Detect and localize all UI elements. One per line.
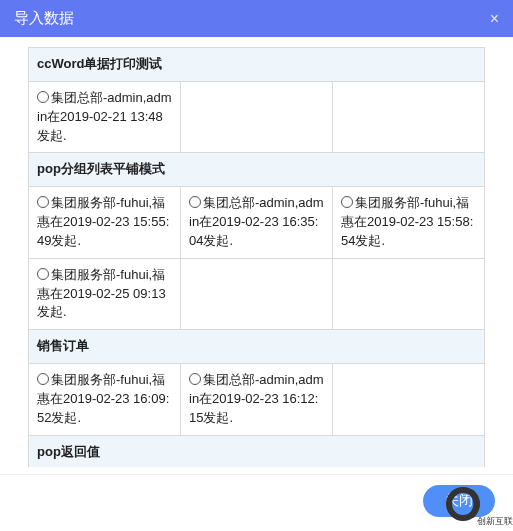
section-header: pop返回值 [29, 435, 485, 467]
data-table: ccWord单据打印测试 集团总部-admin,admin在2019-02-21… [28, 47, 485, 467]
table-row: 集团服务部-fuhui,福惠在2019-02-23 15:55:49发起. 集团… [29, 187, 485, 259]
section-header: pop分组列表平铺模式 [29, 153, 485, 187]
empty-cell [181, 81, 333, 153]
radio-icon[interactable] [37, 268, 49, 280]
empty-cell [333, 81, 485, 153]
option-cell[interactable]: 集团服务部-fuhui,福惠在2019-02-23 16:09:52发起. [29, 364, 181, 436]
radio-icon[interactable] [37, 91, 49, 103]
modal-footer: 关闭 [0, 474, 513, 531]
table-row: 集团总部-admin,admin在2019-02-21 13:48发起. [29, 81, 485, 153]
modal-title: 导入数据 [14, 9, 74, 28]
option-text: 集团总部-admin,admin在2019-02-21 13:48发起. [37, 90, 172, 143]
table-row: 集团服务部-fuhui,福惠在2019-02-25 09:13发起. [29, 258, 485, 330]
close-button[interactable]: 关闭 [423, 485, 495, 517]
option-cell[interactable]: 集团总部-admin,admin在2019-02-21 13:48发起. [29, 81, 181, 153]
option-text: 集团总部-admin,admin在2019-02-23 16:35:04发起. [189, 195, 324, 248]
modal-header: 导入数据 × [0, 0, 513, 37]
radio-icon[interactable] [341, 196, 353, 208]
option-text: 集团服务部-fuhui,福惠在2019-02-25 09:13发起. [37, 267, 166, 320]
option-cell[interactable]: 集团总部-admin,admin在2019-02-23 16:12:15发起. [181, 364, 333, 436]
option-cell[interactable]: 集团服务部-fuhui,福惠在2019-02-23 15:55:49发起. [29, 187, 181, 259]
radio-icon[interactable] [189, 196, 201, 208]
radio-icon[interactable] [37, 196, 49, 208]
option-text: 集团服务部-fuhui,福惠在2019-02-23 15:58:54发起. [341, 195, 473, 248]
empty-cell [181, 258, 333, 330]
option-text: 集团服务部-fuhui,福惠在2019-02-23 16:09:52发起. [37, 372, 169, 425]
section-header: 销售订单 [29, 330, 485, 364]
modal-body[interactable]: ccWord单据打印测试 集团总部-admin,admin在2019-02-21… [0, 37, 513, 467]
table-row: 集团服务部-fuhui,福惠在2019-02-23 16:09:52发起. 集团… [29, 364, 485, 436]
empty-cell [333, 258, 485, 330]
section-header: ccWord单据打印测试 [29, 48, 485, 82]
radio-icon[interactable] [37, 373, 49, 385]
close-icon[interactable]: × [490, 10, 499, 28]
import-data-modal: 导入数据 × ccWord单据打印测试 集团总部-admin,admin在201… [0, 0, 513, 531]
option-cell[interactable]: 集团服务部-fuhui,福惠在2019-02-25 09:13发起. [29, 258, 181, 330]
option-text: 集团服务部-fuhui,福惠在2019-02-23 15:55:49发起. [37, 195, 169, 248]
radio-icon[interactable] [189, 373, 201, 385]
option-cell[interactable]: 集团服务部-fuhui,福惠在2019-02-23 15:58:54发起. [333, 187, 485, 259]
empty-cell [333, 364, 485, 436]
option-text: 集团总部-admin,admin在2019-02-23 16:12:15发起. [189, 372, 324, 425]
option-cell[interactable]: 集团总部-admin,admin在2019-02-23 16:35:04发起. [181, 187, 333, 259]
